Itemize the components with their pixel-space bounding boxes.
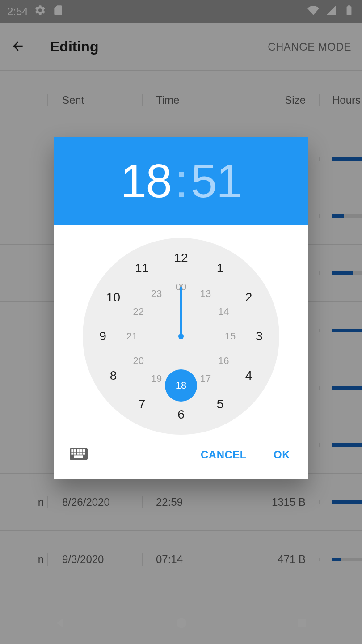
- clock-hour-4[interactable]: 4: [245, 369, 253, 383]
- svg-rect-11: [80, 453, 82, 455]
- clock-hand: [180, 287, 182, 336]
- clock-hour-19[interactable]: 19: [151, 373, 162, 385]
- svg-rect-9: [74, 453, 76, 455]
- clock-hour-18[interactable]: 18: [176, 380, 186, 391]
- cancel-button[interactable]: CANCEL: [201, 449, 247, 461]
- svg-rect-10: [77, 453, 80, 455]
- svg-rect-13: [74, 455, 83, 458]
- clock-hour-6[interactable]: 6: [177, 407, 185, 422]
- clock-hour-13[interactable]: 13: [200, 288, 211, 300]
- clock-hour-5[interactable]: 5: [217, 397, 224, 411]
- clock-hour-21[interactable]: 21: [126, 330, 137, 342]
- time-picker-minutes[interactable]: 51: [191, 154, 242, 208]
- svg-rect-12: [83, 453, 85, 455]
- svg-rect-5: [77, 449, 80, 452]
- clock-hour-20[interactable]: 20: [133, 355, 143, 367]
- clock-hour-2[interactable]: 2: [245, 290, 253, 305]
- clock-hour-15[interactable]: 15: [225, 330, 236, 342]
- clock-hour-23[interactable]: 23: [151, 288, 162, 300]
- time-picker-header: 18 : 51: [54, 137, 308, 225]
- clock-hour-10[interactable]: 10: [106, 290, 120, 305]
- ok-button[interactable]: OK: [274, 449, 290, 461]
- clock-hour-11[interactable]: 11: [135, 261, 149, 275]
- clock-hour-17[interactable]: 17: [200, 373, 211, 385]
- clock-face[interactable]: 121234567891011001314151617181920212223: [83, 238, 279, 435]
- svg-rect-8: [71, 453, 73, 455]
- clock-hour-8[interactable]: 8: [110, 369, 117, 383]
- clock-hour-9[interactable]: 9: [99, 329, 106, 343]
- clock-hour-16[interactable]: 16: [218, 355, 229, 367]
- svg-rect-6: [80, 449, 82, 452]
- time-picker-dialog: 18 : 51 12123456789101100131415161718192…: [54, 137, 308, 479]
- clock-hour-3[interactable]: 3: [256, 329, 263, 343]
- time-picker-hours[interactable]: 18: [120, 154, 171, 208]
- clock-hour-1[interactable]: 1: [217, 261, 224, 275]
- clock-hour-14[interactable]: 14: [218, 306, 229, 318]
- clock-hour-7[interactable]: 7: [139, 397, 146, 411]
- time-picker-colon: :: [175, 154, 187, 208]
- keyboard-input-button[interactable]: [70, 447, 88, 462]
- svg-rect-4: [74, 449, 76, 452]
- svg-rect-7: [83, 449, 85, 452]
- clock-hour-12[interactable]: 12: [174, 251, 188, 265]
- clock-hour-22[interactable]: 22: [133, 306, 143, 318]
- clock-center-dot: [178, 334, 184, 339]
- svg-rect-3: [71, 449, 73, 452]
